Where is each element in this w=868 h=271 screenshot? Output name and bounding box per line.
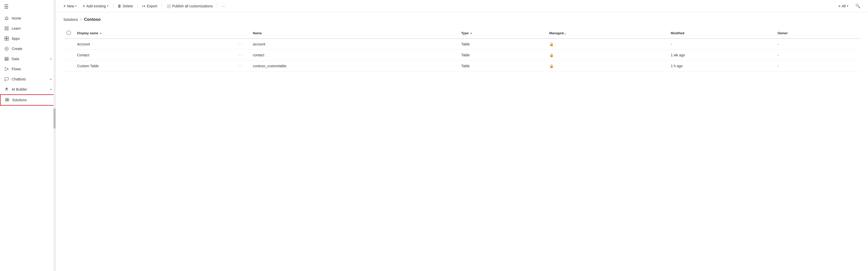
new-chevron-icon: ▾ — [75, 5, 76, 7]
sidebar-item-label: Apps — [12, 36, 20, 40]
create-icon — [4, 46, 9, 51]
row-name: account — [250, 38, 458, 50]
content-area: Solutions > Contoso Display name ▾ Name — [56, 12, 868, 271]
svg-rect-3 — [7, 29, 8, 30]
table-row[interactable]: Account ··· account Table 🔒 - - — [63, 38, 860, 50]
filter-button[interactable]: ≡ All ▾ — [836, 3, 851, 10]
sidebar-item-apps[interactable]: Apps — [0, 33, 56, 44]
plus-icon: + — [63, 4, 66, 8]
svg-rect-13 — [5, 60, 8, 61]
scrollbar-track[interactable] — [54, 0, 56, 271]
row-modified: - — [668, 38, 774, 50]
new-button-label: New — [67, 4, 74, 8]
svg-rect-19 — [5, 98, 7, 100]
delete-label: Delete — [123, 4, 133, 8]
sidebar-item-learn[interactable]: Learn — [0, 23, 56, 33]
display-name-col-label: Display name — [77, 31, 98, 35]
col-header-spacer — [235, 28, 250, 38]
row-select-cell — [63, 38, 74, 50]
sidebar-item-chatbots[interactable]: Chatbots ▾ — [0, 74, 56, 84]
sidebar-item-create[interactable]: Create — [0, 44, 56, 54]
more-options-icon[interactable]: ··· — [238, 42, 242, 46]
col-header-modified: Modified — [668, 28, 774, 38]
breadcrumb-parent[interactable]: Solutions — [63, 18, 78, 22]
sidebar-item-label: Home — [12, 16, 21, 20]
row-name: contact — [250, 50, 458, 61]
sort-icon: ▾ — [100, 32, 101, 35]
toolbar-separator-2 — [137, 3, 138, 9]
table-row[interactable]: Custom Table ··· contoso_customtable Tab… — [63, 61, 860, 72]
export-label: Export — [147, 4, 157, 8]
delete-icon: 🗑 — [118, 4, 121, 8]
search-icon: 🔍 — [855, 4, 860, 8]
row-display-name: Custom Table — [74, 61, 235, 72]
row-owner: - — [774, 61, 860, 72]
svg-rect-1 — [7, 27, 8, 28]
breadcrumb: Solutions > Contoso — [63, 17, 860, 22]
name-col-label: Name — [253, 31, 261, 35]
row-display-name: Contact — [74, 50, 235, 61]
row-more-options[interactable]: ··· — [235, 38, 250, 50]
sidebar-item-label: Learn — [12, 26, 21, 30]
breadcrumb-separator: > — [80, 18, 82, 22]
publish-icon: ⬜ — [166, 4, 171, 8]
table-row[interactable]: Contact ··· contact Table 🔒 1 wk ago - — [63, 50, 860, 61]
export-button[interactable]: ↦ Export — [140, 2, 159, 10]
svg-rect-21 — [5, 100, 7, 101]
sidebar-item-label: AI Builder — [12, 87, 27, 91]
chatbots-icon — [4, 77, 9, 82]
svg-point-18 — [6, 88, 7, 89]
col-header-name: Name — [250, 28, 458, 38]
sidebar-item-solutions[interactable]: Solutions — [0, 94, 56, 106]
row-more-options[interactable]: ··· — [235, 61, 250, 72]
sidebar-item-flows[interactable]: Flows — [0, 64, 56, 74]
filter-label: All — [842, 4, 846, 8]
row-managed: 🔒 — [546, 38, 668, 50]
row-select-cell — [63, 50, 74, 61]
more-options-icon[interactable]: ··· — [238, 53, 242, 57]
select-all-radio[interactable] — [66, 30, 71, 35]
add-existing-label: Add existing — [87, 4, 106, 8]
col-header-type[interactable]: Type ▾ — [458, 28, 546, 38]
sidebar-item-label: Solutions — [12, 98, 27, 102]
row-modified: 1 h ago — [668, 61, 774, 72]
row-type: Table — [458, 50, 546, 61]
delete-button[interactable]: 🗑 Delete — [115, 2, 135, 10]
row-select-cell — [63, 61, 74, 72]
svg-point-16 — [5, 70, 6, 71]
new-button[interactable]: + New ▾ — [61, 2, 79, 10]
sidebar-item-ai-builder[interactable]: AI Builder ▾ — [0, 84, 56, 94]
sidebar-menu-toggle[interactable]: ☰ — [0, 0, 56, 13]
row-managed: 🔒 — [546, 50, 668, 61]
more-options-icon: ··· — [222, 4, 225, 8]
sidebar-item-data[interactable]: Data ▾ — [0, 54, 56, 64]
col-header-owner: Owner — [774, 28, 860, 38]
col-header-managed: Managed... — [546, 28, 668, 38]
more-options-button[interactable]: ··· — [220, 3, 228, 10]
hamburger-icon: ☰ — [4, 4, 9, 10]
scrollbar-thumb[interactable] — [54, 108, 56, 129]
publish-button[interactable]: ⬜ Publish all customizations — [164, 3, 215, 10]
home-icon — [4, 16, 9, 21]
add-plus-icon: + — [83, 4, 85, 8]
search-button[interactable]: 🔍 — [853, 2, 863, 10]
main-area: + New ▾ + Add existing ▾ 🗑 Delete ↦ Expo… — [56, 0, 868, 271]
row-owner: - — [774, 38, 860, 50]
col-header-display-name[interactable]: Display name ▾ — [74, 28, 235, 38]
publish-label: Publish all customizations — [172, 4, 213, 8]
filter-icon: ≡ — [838, 4, 840, 8]
owner-col-label: Owner — [777, 31, 788, 35]
sidebar-item-home[interactable]: Home — [0, 13, 56, 23]
toolbar-separator-1 — [113, 3, 113, 9]
row-display-name: Account — [74, 38, 235, 50]
add-existing-button[interactable]: + Add existing ▾ — [80, 2, 111, 10]
managed-col-label: Managed... — [549, 31, 566, 35]
row-more-options[interactable]: ··· — [235, 50, 250, 61]
svg-rect-6 — [5, 39, 7, 40]
svg-point-14 — [5, 67, 6, 68]
svg-rect-2 — [5, 29, 6, 30]
ai-builder-icon — [4, 87, 9, 92]
more-options-icon[interactable]: ··· — [238, 64, 242, 68]
chevron-down-icon: ▾ — [50, 58, 52, 60]
svg-rect-22 — [7, 100, 9, 101]
